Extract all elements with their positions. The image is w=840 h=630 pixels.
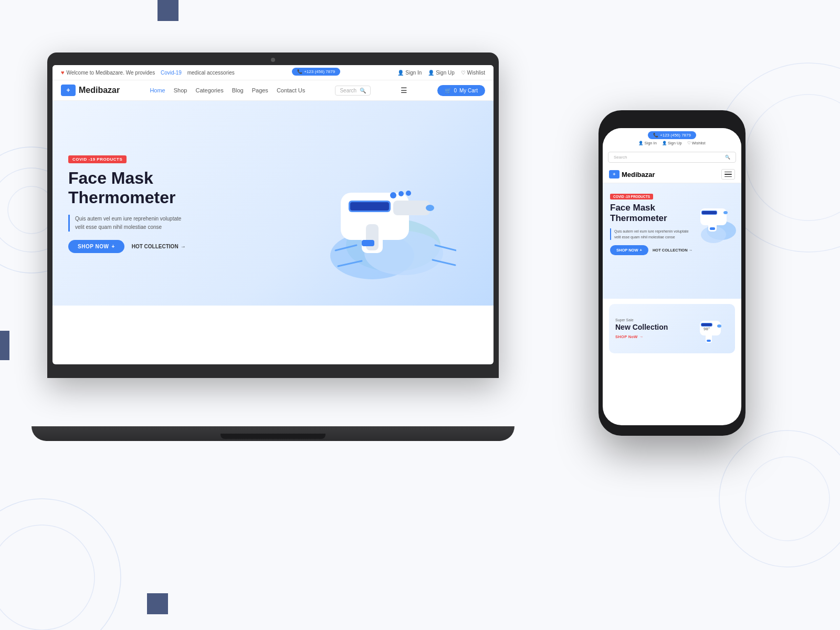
phone-call-button[interactable]: 📞 +123 (456) 7879: [648, 131, 696, 139]
main-scene: ♥ Welcome to Medibazare. We provides Cov…: [0, 0, 840, 630]
nav-blog[interactable]: Blog: [232, 87, 244, 93]
svg-rect-44: [707, 340, 711, 342]
svg-rect-25: [350, 202, 389, 211]
svg-rect-30: [362, 240, 374, 246]
nav-categories[interactable]: Categories: [195, 87, 223, 93]
nav-shop[interactable]: Shop: [174, 87, 187, 93]
phone-body: 📞 +123 (456) 7879 👤 Sign In 👤 Sign Up ♡ …: [598, 110, 746, 436]
svg-rect-36: [702, 211, 717, 214]
site-topbar: ♥ Welcome to Medibazare. We provides Cov…: [52, 65, 494, 80]
welcome-text: Welcome to Medibazare. We provides: [67, 70, 155, 76]
phone-shop-now-label: SHOP NOW: [616, 248, 638, 253]
phone-covid-badge: COVID -19 PRODUCTS: [610, 194, 653, 200]
shop-now-label-laptop: SHOP NOW: [78, 244, 109, 249]
hot-collection-label-laptop: HOT COLLECTION: [132, 244, 178, 249]
laptop-body: ♥ Welcome to Medibazare. We provides Cov…: [47, 52, 499, 378]
phone-screen: 📞 +123 (456) 7879 👤 Sign In 👤 Sign Up ♡ …: [603, 128, 741, 425]
nav-home[interactable]: Home: [150, 87, 165, 93]
phone-logo-icon: +: [609, 170, 620, 178]
svg-point-4: [0, 525, 94, 630]
covid-badge-laptop: COVID -19 PRODUCTS: [68, 155, 127, 163]
phone-sign-in[interactable]: 👤 Sign In: [638, 141, 656, 145]
sale-shop-now-arrow: →: [639, 334, 644, 339]
svg-point-29: [426, 205, 434, 211]
phone-navbar: + Medibazar: [603, 166, 741, 183]
cart-label-laptop: My Cart: [459, 88, 478, 93]
phone-wishlist[interactable]: ♡ Wishlist: [687, 141, 706, 145]
phone-menu-button[interactable]: [721, 169, 735, 180]
super-sale-label: Super Sale: [615, 318, 668, 322]
phone-hero-line2: Thermometer: [610, 213, 667, 223]
nav-links: Home Shop Categories Blog Pages Contact …: [150, 87, 305, 93]
sign-in-link-laptop[interactable]: 👤 Sign In: [397, 70, 422, 76]
laptop-screen: ♥ Welcome to Medibazare. We provides Cov…: [52, 65, 494, 364]
hero-section-laptop: COVID -19 PRODUCTS Face Mask Thermometer…: [52, 101, 494, 306]
phone-device: 📞 +123 (456) 7879 👤 Sign In 👤 Sign Up ♡ …: [598, 110, 746, 436]
svg-point-7: [719, 430, 840, 567]
svg-point-27: [398, 191, 404, 196]
phone-sale-card: Super Sale New Collection SHOP NoW →: [609, 304, 735, 353]
sale-shop-now-button[interactable]: SHOP NoW →: [615, 334, 668, 339]
logo-icon: +: [61, 85, 76, 96]
phone-thermometer-image: [690, 188, 737, 246]
phone-hot-collection-button[interactable]: HOT COLLECTION →: [653, 248, 692, 253]
menu-line-3: [724, 176, 732, 177]
shop-now-button-laptop[interactable]: SHOP NOW +: [68, 240, 124, 253]
hamburger-icon-laptop[interactable]: ☰: [401, 86, 407, 94]
phone-number-laptop: +123 (456) 7879: [304, 69, 335, 74]
svg-rect-22: [393, 201, 430, 215]
svg-rect-10: [0, 331, 9, 360]
svg-point-42: [717, 324, 721, 328]
svg-point-6: [746, 94, 840, 220]
phone-search-placeholder: Search: [614, 155, 627, 160]
menu-line-1: [724, 172, 732, 172]
hero-title-line1-laptop: Face Mask: [68, 169, 153, 187]
menu-line-2: [724, 174, 732, 174]
phone-shop-now-button[interactable]: SHOP NOW +: [610, 245, 648, 255]
sale-shop-now-label: SHOP NoW: [615, 334, 638, 339]
site-logo: + Medibazar: [61, 85, 120, 96]
cart-icon-laptop: 🛒: [445, 88, 451, 93]
phone-hot-arrow-icon: →: [689, 248, 693, 253]
phone-shop-plus-icon: +: [640, 248, 642, 253]
phone-topbar: 📞 +123 (456) 7879 👤 Sign In 👤 Sign Up ♡ …: [603, 128, 741, 149]
phone-button-laptop[interactable]: 📞 +123 (456) 7879: [292, 68, 340, 76]
phone-auth-links: 👤 Sign In 👤 Sign Up ♡ Wishlist: [609, 141, 735, 145]
svg-point-8: [746, 457, 830, 541]
hero-image-area: [251, 101, 494, 306]
hot-collection-button-laptop[interactable]: HOT COLLECTION →: [132, 244, 186, 249]
thermometer-image: [288, 119, 456, 287]
sign-up-link-laptop[interactable]: 👤 Sign Up: [428, 70, 454, 76]
wishlist-link-laptop[interactable]: ♡ Wishlist: [461, 70, 485, 76]
phone-search-icon: 🔍: [725, 155, 730, 160]
svg-point-37: [723, 211, 728, 214]
search-placeholder-laptop: Search: [340, 88, 356, 93]
phone-search-bar[interactable]: Search 🔍: [608, 152, 736, 163]
hot-collection-arrow-icon: →: [181, 244, 186, 249]
hero-desc-laptop: Quis autem vel eum iure reprehenin volup…: [68, 215, 186, 232]
logo-text: Medibazar: [79, 86, 120, 95]
heart-icon: ♥: [61, 69, 65, 76]
svg-point-3: [0, 499, 121, 630]
cart-count-laptop: 0: [454, 88, 457, 93]
nav-contact[interactable]: Contact Us: [277, 87, 305, 93]
new-collection-title: New Collection: [615, 323, 668, 331]
site-navbar: + Medibazar Home Shop Categories Blog Pa…: [52, 80, 494, 101]
laptop-device: ♥ Welcome to Medibazare. We provides Cov…: [47, 52, 504, 441]
covid-link[interactable]: Covid-19: [161, 70, 182, 76]
hero-title-line2-laptop: Thermometer: [68, 188, 176, 207]
phone-number-mobile: +123 (456) 7879: [660, 133, 691, 138]
svg-point-26: [390, 192, 396, 198]
phone-icon-laptop: 📞: [297, 69, 302, 74]
search-icon-laptop: 🔍: [360, 88, 366, 93]
phone-sign-up[interactable]: 👤 Sign Up: [662, 141, 682, 145]
phone-hero: COVID -19 PRODUCTS Face Mask Thermometer…: [603, 183, 741, 299]
phone-logo-text: Medibazar: [622, 171, 655, 178]
nav-pages[interactable]: Pages: [252, 87, 268, 93]
svg-rect-38: [710, 227, 715, 230]
search-bar-laptop[interactable]: Search 🔍: [335, 86, 371, 96]
laptop-base: [32, 426, 514, 441]
phone-icon-mobile: 📞: [653, 133, 658, 138]
svg-rect-23: [366, 224, 379, 250]
cart-button-laptop[interactable]: 🛒 0 My Cart: [437, 85, 485, 96]
